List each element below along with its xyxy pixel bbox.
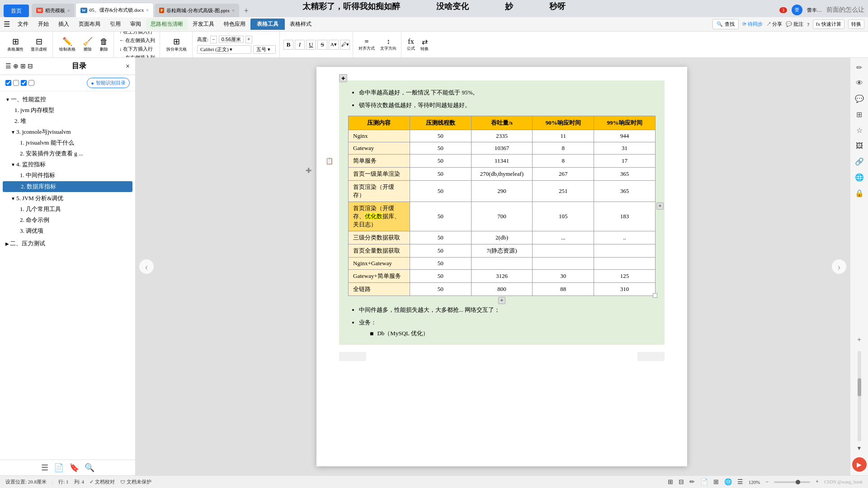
move-handle[interactable]: ✚	[306, 166, 311, 175]
table-style-tab[interactable]: 表格样式	[285, 19, 316, 30]
insert-row-below-button[interactable]: ↓ 在下方插入行	[118, 45, 157, 53]
height-increase[interactable]: +	[245, 36, 252, 43]
cell-r99[interactable]: 31	[594, 142, 656, 155]
split-cell-button[interactable]: ⊞ 拆分单元格	[164, 36, 189, 53]
tab-doc[interactable]: W 05、缓存&分布式锁.docx ×	[75, 3, 154, 17]
status-protection[interactable]: 🛡 文档未保护	[120, 479, 151, 485]
toc-item-opts[interactable]: 3. 调优项	[0, 225, 135, 236]
cell-r90[interactable]: 88	[533, 283, 594, 296]
home-ribbon-tab[interactable]: 开始	[33, 19, 53, 30]
cell-threads[interactable]: 50	[410, 283, 471, 296]
live-stream-icon[interactable]: ▶	[852, 457, 867, 472]
cell-threads[interactable]: 50	[410, 155, 471, 168]
toc-item-stress[interactable]: ▶ 二、压力测试	[0, 238, 135, 249]
convert-button[interactable]: 转换	[848, 19, 864, 29]
table-tools-tab[interactable]: 表格工具	[250, 19, 285, 30]
toc-checkbox-2[interactable]	[13, 80, 19, 86]
height-decrease[interactable]: −	[210, 36, 217, 43]
sidebar-bottom-icon-1[interactable]: ☰	[41, 463, 48, 473]
right-icon-grid[interactable]: ⊞	[854, 108, 864, 121]
toc-item-jvisualvm[interactable]: 1. jvisualvm 能干什么	[0, 137, 135, 148]
reference-tab[interactable]: 引用	[105, 19, 125, 30]
sidebar-bottom-icon-2[interactable]: 📄	[54, 463, 64, 473]
sidebar-icon-2[interactable]: ⊕	[13, 62, 19, 70]
cell-throughput[interactable]: 7(静态资源)	[471, 244, 533, 258]
cell-throughput[interactable]: 10367	[471, 142, 533, 155]
ai-toc-button[interactable]: ● 智能识别目录	[87, 78, 130, 88]
toc-checkbox-3[interactable]	[21, 80, 27, 86]
toc-item-jvm-tune[interactable]: ▼ 5. JVM 分析&调优	[0, 193, 135, 204]
cell-r99[interactable]	[594, 244, 656, 258]
layout-tab[interactable]: 页面布局	[74, 19, 105, 30]
tab-close-ppt[interactable]: ×	[232, 8, 235, 13]
batch-button[interactable]: 💬 批注	[786, 21, 803, 28]
tab-close[interactable]: ×	[67, 8, 70, 13]
convert-table-button[interactable]: ⇄ 转换	[419, 37, 430, 53]
toc-item-jconsole[interactable]: ▼ 3. jconsole与jvisualvm	[0, 127, 135, 137]
notification-badge[interactable]: 3	[779, 7, 787, 13]
help-button[interactable]: ?	[807, 22, 809, 27]
view-icon-3[interactable]: ✏	[689, 478, 695, 486]
review-tab[interactable]: 审阅	[126, 19, 146, 30]
cell-throughput[interactable]: 2(db)	[471, 231, 533, 244]
cell-content[interactable]: Gateway+简单服务	[349, 270, 410, 283]
sidebar-icon-1[interactable]: ☰	[5, 62, 11, 70]
cell-threads[interactable]: 50	[410, 142, 471, 155]
page-nav-right[interactable]: ›	[832, 259, 846, 274]
sidebar-close-button[interactable]: ×	[126, 62, 130, 70]
cell-r90[interactable]: 251	[533, 181, 594, 202]
align-button[interactable]: ≡ 对齐方式	[357, 37, 377, 52]
cell-content[interactable]: 首页渲染（开缓存）	[349, 181, 410, 202]
cell-throughput[interactable]	[471, 258, 533, 270]
height-input[interactable]	[219, 36, 244, 43]
search-button[interactable]: 🔍 查找	[712, 19, 739, 29]
feature-tab[interactable]: 特色应用	[219, 19, 250, 30]
toc-item-monitor[interactable]: ▼ 4. 监控指标	[0, 159, 135, 170]
formula-button[interactable]: fx 公式	[405, 37, 417, 52]
toc-checkbox-4[interactable]	[28, 80, 34, 86]
menu-icon[interactable]: ☰	[4, 20, 10, 28]
toc-item-tools[interactable]: 1. 几个常用工具	[0, 204, 135, 215]
quick-calc-button[interactable]: fx 快速计算	[813, 19, 844, 29]
toc-item-jvm-mem[interactable]: 1. jvm 内存模型	[0, 105, 135, 116]
cell-threads[interactable]: 50	[410, 244, 471, 258]
underline-button[interactable]: U	[306, 40, 316, 50]
cell-r90[interactable]: 267	[533, 168, 594, 181]
right-icon-eye[interactable]: 👁	[854, 77, 865, 89]
sidebar-bottom-icon-4[interactable]: 🔍	[85, 463, 94, 473]
toc-item-db-active[interactable]: 2. 数据库指标	[3, 181, 132, 192]
strikethrough-button[interactable]: S	[317, 40, 327, 50]
cell-threads[interactable]: 50	[410, 202, 471, 231]
cell-content[interactable]: 三级分类数据获取	[349, 231, 410, 244]
cell-threads[interactable]: 50	[410, 270, 471, 283]
right-icon-lock[interactable]: 🔒	[853, 187, 866, 199]
cell-throughput[interactable]: 11341	[471, 155, 533, 168]
user-avatar[interactable]: 蕾	[792, 5, 802, 15]
cell-r99[interactable]: 17	[594, 155, 656, 168]
cell-r90[interactable]: 30	[533, 270, 594, 283]
home-tab[interactable]: 首页	[4, 5, 29, 17]
cell-r90[interactable]	[533, 244, 594, 258]
cell-content[interactable]: Gateway	[349, 142, 410, 155]
cell-throughput[interactable]: 2335	[471, 130, 533, 142]
right-icon-star[interactable]: ☆	[854, 124, 864, 136]
table-add-row-button[interactable]: +	[498, 297, 505, 304]
toc-item-middleware[interactable]: 1. 中间件指标	[0, 170, 135, 181]
font-color-button[interactable]: A▾	[329, 40, 339, 50]
insert-col-left-button[interactable]: ← 在左侧插入列	[118, 37, 157, 44]
zoom-slider[interactable]	[774, 481, 810, 483]
draw-table-button[interactable]: ✏️ 绘制表格	[57, 36, 78, 53]
cell-content[interactable]: Nginx+Gateway	[349, 258, 410, 270]
delete-button[interactable]: 🗑 删除	[97, 36, 111, 53]
cell-r90[interactable]	[533, 258, 594, 270]
cell-r90[interactable]: ...	[533, 231, 594, 244]
view-icon-5[interactable]: ⊞	[713, 478, 719, 486]
cell-threads[interactable]: 50	[410, 130, 471, 142]
sidebar-bottom-icon-3[interactable]: 🔖	[69, 463, 79, 473]
new-tab-button[interactable]: +	[240, 5, 253, 17]
right-icon-image[interactable]: 🖼	[854, 140, 865, 152]
cell-r99[interactable]	[594, 258, 656, 270]
sync-button[interactable]: ⟳ 待同步	[742, 21, 763, 28]
cell-content-highlight[interactable]: 首页渲染（开缓存、优化数据库、关日志）	[349, 202, 410, 231]
table-add-col-button[interactable]: +	[656, 202, 664, 210]
